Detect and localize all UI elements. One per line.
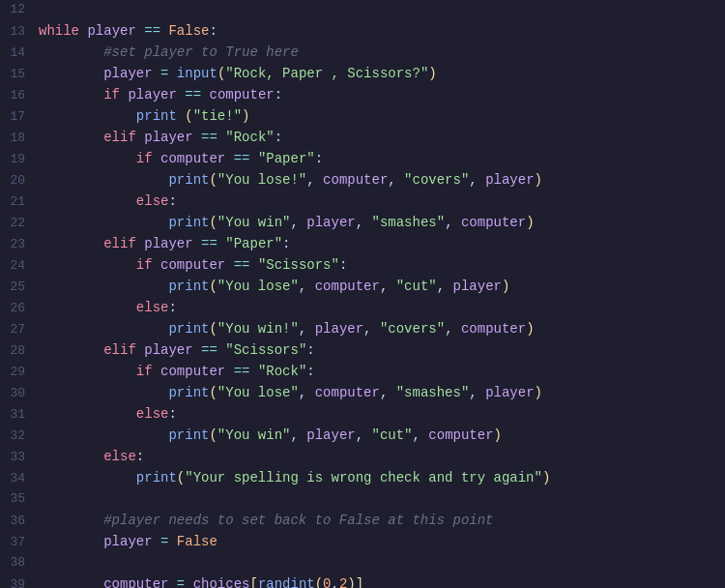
code-line-17: 17 print ("tie!") <box>0 106 725 128</box>
code-line-30: 30 print("You lose", computer, "smashes"… <box>0 383 725 404</box>
line-number: 35 <box>0 489 39 509</box>
line-content: if player == computer: <box>39 85 282 106</box>
line-number: 19 <box>0 150 39 169</box>
line-number: 22 <box>0 214 39 233</box>
line-number: 28 <box>0 341 39 361</box>
code-line-37: 37 player = False <box>0 532 725 553</box>
line-number: 29 <box>0 363 39 382</box>
line-content: player = input("Rock, Paper , Scissors?"… <box>39 64 437 85</box>
code-line-21: 21 else: <box>0 191 725 213</box>
code-line-32: 32 print("You win", player, "cut", compu… <box>0 426 725 447</box>
line-content: elif player == "Paper": <box>39 234 291 255</box>
code-line-18: 18 elif player == "Rock": <box>0 128 725 149</box>
line-number: 33 <box>0 448 39 467</box>
line-content: computer = choices[randint(0,2)] <box>39 574 363 588</box>
code-line-13: 13 while player == False: <box>0 21 725 43</box>
line-content: #player needs to set back to False at th… <box>39 511 493 532</box>
line-number: 37 <box>0 533 39 552</box>
code-line-34: 34 print("Your spelling is wrong check a… <box>0 468 725 489</box>
line-number: 13 <box>0 22 39 42</box>
line-content: else: <box>39 298 177 319</box>
line-number: 18 <box>0 129 39 148</box>
line-content: if computer == "Rock": <box>39 362 315 383</box>
line-content: #set player to True here <box>39 43 299 64</box>
code-editor: 12 13 while player == False: 14 #set pla… <box>0 0 725 588</box>
line-content: else: <box>39 404 177 426</box>
line-number: 32 <box>0 426 39 446</box>
code-line-22: 22 print("You win", player, "smashes", c… <box>0 213 725 234</box>
code-line-25: 25 print("You lose", computer, "cut", pl… <box>0 277 725 298</box>
line-content: print("You win!", player, "covers", comp… <box>39 319 535 340</box>
line-number: 39 <box>0 575 39 588</box>
code-line-14: 14 #set player to True here <box>0 43 725 64</box>
line-content: player = False <box>39 532 218 553</box>
line-content: else: <box>39 447 144 468</box>
line-number: 30 <box>0 384 39 403</box>
line-content: print ("tie!") <box>39 106 249 128</box>
line-number: 15 <box>0 65 39 84</box>
line-content: else: <box>39 191 177 213</box>
line-content: if computer == "Scissors": <box>39 255 347 277</box>
line-number: 21 <box>0 192 39 212</box>
code-line-33: 33 else: <box>0 447 725 468</box>
code-line-20: 20 print("You lose!", computer, "covers"… <box>0 170 725 191</box>
line-number: 14 <box>0 44 39 63</box>
line-content: while player == False: <box>39 21 218 43</box>
code-line-36: 36 #player needs to set back to False at… <box>0 511 725 532</box>
line-number: 36 <box>0 512 39 531</box>
line-content: if computer == "Paper": <box>39 149 323 170</box>
code-line-31: 31 else: <box>0 404 725 426</box>
code-line-15: 15 player = input("Rock, Paper , Scissor… <box>0 64 725 85</box>
code-line-39: 39 computer = choices[randint(0,2)] <box>0 574 725 588</box>
line-content: elif player == "Rock": <box>39 128 282 149</box>
line-number: 16 <box>0 86 39 105</box>
code-line-35: 35 <box>0 489 725 511</box>
line-number: 34 <box>0 469 39 488</box>
line-number: 38 <box>0 553 39 573</box>
code-line-19: 19 if computer == "Paper": <box>0 149 725 170</box>
line-number: 23 <box>0 235 39 254</box>
line-content: print("You lose!", computer, "covers", p… <box>39 170 542 191</box>
code-line-29: 29 if computer == "Rock": <box>0 362 725 383</box>
line-number: 20 <box>0 171 39 191</box>
line-content: print("You win", player, "cut", computer… <box>39 426 502 447</box>
code-line-27: 27 print("You win!", player, "covers", c… <box>0 319 725 340</box>
line-number: 27 <box>0 320 39 339</box>
code-line-24: 24 if computer == "Scissors": <box>0 255 725 277</box>
code-line-23: 23 elif player == "Paper": <box>0 234 725 255</box>
code-line-38: 38 <box>0 553 725 574</box>
line-number: 31 <box>0 405 39 425</box>
line-number: 12 <box>0 0 39 19</box>
line-content: print("You lose", computer, "cut", playe… <box>39 277 509 298</box>
line-number: 25 <box>0 278 39 297</box>
line-content: print("Your spelling is wrong check and … <box>39 468 550 489</box>
code-line-16: 16 if player == computer: <box>0 85 725 106</box>
code-line-12: 12 <box>0 0 725 21</box>
line-number: 24 <box>0 256 39 276</box>
line-content: elif player == "Scissors": <box>39 340 315 362</box>
line-content: print("You win", player, "smashes", comp… <box>39 213 535 234</box>
line-number: 17 <box>0 107 39 127</box>
line-content: print("You lose", computer, "smashes", p… <box>39 383 542 404</box>
code-line-28: 28 elif player == "Scissors": <box>0 340 725 362</box>
code-line-26: 26 else: <box>0 298 725 319</box>
line-number: 26 <box>0 299 39 318</box>
